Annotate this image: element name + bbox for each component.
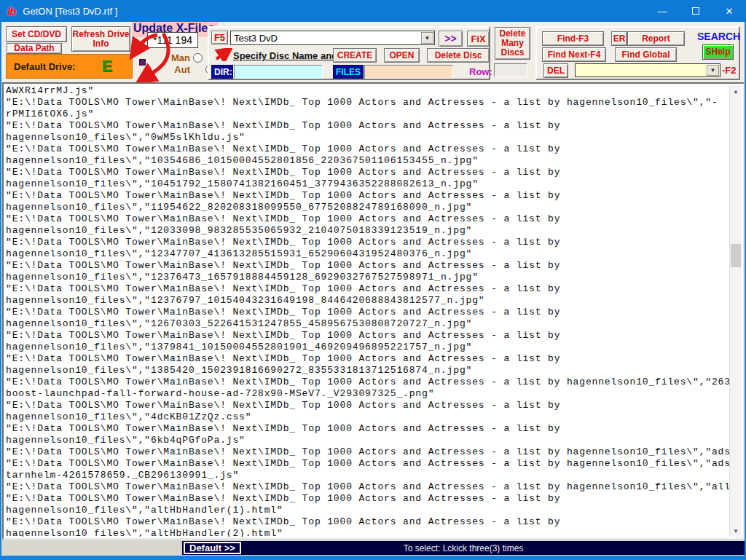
default-drive-bar: Default Drive: E — [6, 54, 133, 79]
text-line: "E:\!Data TOOLS\MO Tower\MainBase\! Next… — [6, 120, 729, 132]
text-line: "E:\!Data TOOLS\MO Tower\MainBase\! Next… — [6, 400, 729, 411]
search-title: SEARCH — [697, 31, 740, 42]
forward-button[interactable]: >> — [439, 31, 463, 47]
text-line: hagennelson10_files\","12347707_41361328… — [6, 248, 729, 260]
close-button[interactable]: ✕ — [712, 0, 746, 22]
file-list-content: AWXRi4rrMJ.js""E:\!Data TOOLS\MO Tower\M… — [6, 85, 729, 537]
text-line: hagennelson10_files\","10451792_15807413… — [6, 178, 729, 190]
maximize-icon — [692, 7, 699, 15]
files-input[interactable] — [364, 65, 453, 79]
status-hint: To select: Lckick three(3) times — [182, 541, 745, 555]
text-line: hagennelson10_files\","12670303_52264153… — [6, 318, 729, 330]
maximize-button[interactable] — [679, 0, 712, 22]
files-label: FILES — [333, 65, 364, 79]
text-line: "E:\!Data TOOLS\MO Tower\MainBase\! Next… — [6, 376, 729, 388]
find-f3-button[interactable]: Find-F3 — [542, 31, 604, 46]
chevron-down-icon[interactable]: ▼ — [707, 65, 719, 76]
specify-arrow-icon — [213, 48, 232, 61]
specify-disc-label: Specify Disc Name and — [233, 50, 337, 61]
text-line: "E:\!Data TOOLS\MO Tower\MainBase\! Next… — [6, 190, 729, 202]
f2-label: -F2 — [722, 65, 737, 76]
disc-name-combo[interactable]: Test3 DvD ▼ — [230, 31, 435, 45]
open-button[interactable]: OPEN — [384, 48, 420, 63]
text-line: "E:\!Data TOOLS\MO Tower\MainBase\! Next… — [6, 423, 729, 435]
app-window: lb GetON [Test3 DvD.rtf ] — ✕ Set CD/DVD… — [0, 0, 746, 560]
dir-input[interactable] — [234, 65, 323, 79]
text-line: "E:\!Data TOOLS\MO Tower\MainBase\! Next… — [6, 260, 729, 272]
text-line: "E:\!Data TOOLS\MO Tower\MainBase\! Next… — [6, 353, 729, 365]
disc-name-value: Test3 DvD — [234, 33, 278, 44]
text-line: hagennelson10_files\","6kb4qPGfoPa.js" — [6, 435, 729, 446]
delete-many-discs-button[interactable]: Delete Many Discs — [495, 27, 530, 60]
find-next-f4-button[interactable]: Find Next-F4 — [542, 47, 606, 62]
report-button[interactable]: Report — [627, 31, 685, 46]
text-line: hagennelson10_files\","4dcKB01ZzQz.css" — [6, 411, 729, 423]
delete-disc-button[interactable]: Delete Disc — [427, 48, 490, 63]
vertical-scrollbar[interactable]: ▲ ▼ — [729, 85, 742, 537]
f5-button[interactable]: F5 — [211, 31, 228, 44]
scroll-down-icon[interactable]: ▼ — [730, 525, 742, 537]
text-line: tarnhelm-4261578659._CB296130991_.js" — [6, 470, 729, 481]
text-line: hagennelson10_files\","12033098_98328553… — [6, 225, 729, 237]
text-line: rPMI16tOX6.js" — [6, 109, 729, 120]
default-drive-label: Default Drive: — [14, 61, 76, 72]
minimize-button[interactable]: — — [645, 0, 679, 22]
search-combo[interactable]: ▼ — [575, 63, 721, 77]
text-line: "E:\!Data TOOLS\MO Tower\MainBase\! Next… — [6, 143, 729, 155]
row-input[interactable] — [494, 63, 527, 77]
text-line: "E:\!Data TOOLS\MO Tower\MainBase\! Next… — [6, 516, 729, 528]
text-line: "E:\!Data TOOLS\MO Tower\MainBase\! Next… — [6, 458, 729, 470]
text-line: boost-launchpad-fall-forward-house-ad-72… — [6, 388, 729, 400]
find-global-button[interactable]: Find Global — [615, 47, 677, 62]
file-list-textarea[interactable]: AWXRi4rrMJ.js""E:\!Data TOOLS\MO Tower\M… — [2, 82, 745, 540]
text-line: AWXRi4rrMJ.js" — [6, 85, 729, 97]
text-line: "E:\!Data TOOLS\MO Tower\MainBase\! Next… — [6, 97, 729, 109]
text-line: "E:\!Data TOOLS\MO Tower\MainBase\! Next… — [6, 330, 729, 342]
scroll-up-icon[interactable]: ▲ — [730, 85, 742, 97]
text-line: hagennelson10_files\","11954622_82020831… — [6, 202, 729, 213]
default-drive-value: E — [102, 57, 113, 76]
er-button[interactable]: ER — [611, 31, 627, 46]
text-line: "E:\!Data TOOLS\MO Tower\MainBase\! Next… — [6, 213, 729, 225]
text-line: hagennelson10_files\","altHbHandler(2).h… — [6, 528, 729, 537]
chevron-down-icon[interactable]: ▼ — [421, 32, 433, 44]
text-line: hagennelson10_files\","1379841_101500045… — [6, 342, 729, 353]
create-button[interactable]: CREATE — [333, 48, 377, 63]
text-line: hagennelson10_files\","1385420_150239181… — [6, 365, 729, 376]
del-button[interactable]: DEL — [543, 63, 568, 78]
refresh-drive-info-button[interactable]: Refresh Drive Info — [71, 26, 130, 52]
shelp-button[interactable]: SHelp — [702, 44, 734, 60]
text-line: hagennelson10_files\","12376473_16579188… — [6, 272, 729, 283]
fix-button[interactable]: FiX — [467, 31, 490, 47]
text-line: "E:\!Data TOOLS\MO Tower\MainBase\! Next… — [6, 493, 729, 505]
client-area: Set CD/DVD Data Path Refresh Drive Info … — [1, 22, 745, 556]
row-label: Row: — [469, 66, 492, 77]
text-line: "E:\!Data TOOLS\MO Tower\MainBase\! Next… — [6, 481, 729, 493]
window-title: GetON [Test3 DvD.rtf ] — [23, 6, 117, 17]
scrollbar-thumb[interactable] — [731, 244, 741, 267]
text-line: "E:\!Data TOOLS\MO Tower\MainBase\! Next… — [6, 283, 729, 295]
status-bar: Default >> To select: Lckick three(3) ti… — [182, 541, 745, 555]
text-line: "E:\!Data TOOLS\MO Tower\MainBase\! Next… — [6, 167, 729, 178]
data-path-button[interactable]: Data Path — [7, 43, 62, 54]
text-line: hagennelson10_files\","0wM5slKhldu.js" — [6, 132, 729, 143]
find-group-panel: Find-F3 ER Report SEARCH Find Next-F4 Fi… — [535, 26, 740, 80]
text-line: "E:\!Data TOOLS\MO Tower\MainBase\! Next… — [6, 307, 729, 318]
title-bar: lb GetON [Test3 DvD.rtf ] — ✕ — [0, 0, 746, 22]
text-line: hagennelson10_files\","10354686_10150004… — [6, 155, 729, 167]
set-cd-dvd-button[interactable]: Set CD/DVD — [6, 26, 67, 42]
text-line: "E:\!Data TOOLS\MO Tower\MainBase\! Next… — [6, 446, 729, 458]
text-line: hagennelson10_files\","altHbHandler(1).h… — [6, 505, 729, 516]
text-line: "E:\!Data TOOLS\MO Tower\MainBase\! Next… — [6, 237, 729, 248]
text-line: hagennelson10_files\","12376797_10154043… — [6, 295, 729, 307]
app-logo-icon: lb — [7, 5, 15, 17]
dir-label: DIR: — [211, 65, 233, 79]
disc-group-panel: F5 Test3 DvD ▼ >> FiX Specify Disc Name … — [208, 26, 490, 80]
